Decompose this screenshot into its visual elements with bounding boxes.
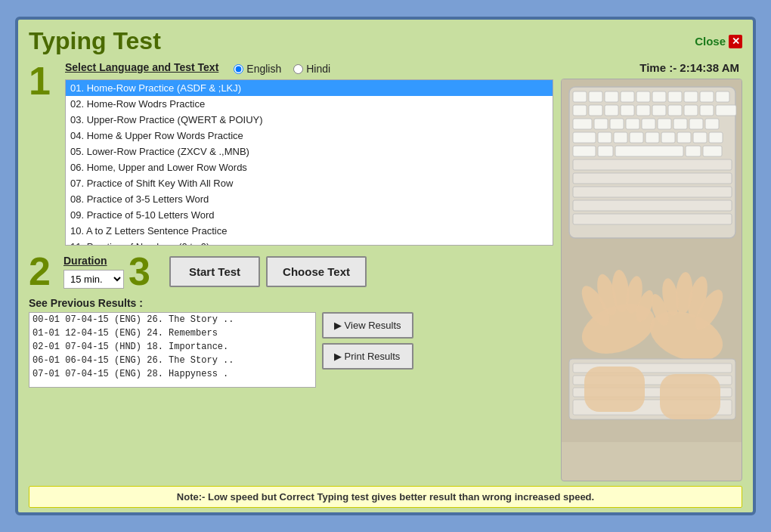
svg-rect-16 [636, 105, 650, 116]
language-radio-group: English Hindi [234, 63, 330, 75]
svg-rect-21 [716, 105, 736, 116]
svg-rect-8 [668, 91, 682, 102]
step1-number: 1 [29, 61, 59, 246]
svg-rect-18 [668, 105, 682, 116]
svg-rect-14 [605, 105, 618, 116]
close-label: Close [695, 35, 726, 48]
svg-rect-3 [589, 91, 602, 102]
svg-rect-2 [573, 91, 587, 102]
english-radio[interactable] [234, 64, 243, 74]
svg-rect-20 [700, 105, 714, 116]
prev-results-label: See Previous Results : [29, 297, 553, 309]
main-window: Typing Test Close ✕ 1 Select Language an… [15, 17, 756, 515]
svg-rect-24 [610, 119, 624, 129]
list-item[interactable]: 06. Home, Upper and Lower Row Words [66, 159, 553, 175]
results-item[interactable]: 02-01 07-04-15 (HND) 18. Importance. [29, 340, 315, 354]
svg-rect-48 [573, 200, 732, 211]
start-test-button[interactable]: Start Test [169, 256, 260, 287]
list-item[interactable]: 08. Practice of 3-5 Letters Word [66, 191, 553, 207]
svg-rect-36 [661, 132, 675, 143]
keyboard-image [561, 79, 742, 481]
svg-rect-37 [677, 132, 691, 143]
lang-header: Select Language and Test Text English Hi… [65, 61, 553, 76]
step2-number: 2 [29, 252, 59, 291]
hindi-radio[interactable] [293, 64, 303, 74]
prev-results-section: See Previous Results : 00-01 07-04-15 (E… [29, 297, 553, 388]
close-button[interactable]: Close ✕ [695, 35, 742, 48]
keyboard-svg [562, 79, 742, 442]
svg-rect-45 [573, 159, 732, 170]
right-panel: Time :- 2:14:38 AM [561, 61, 742, 481]
svg-rect-23 [594, 119, 608, 129]
svg-rect-5 [621, 91, 634, 102]
results-item[interactable]: 07-01 07-04-15 (ENG) 28. Happyness . [29, 367, 315, 381]
results-item[interactable]: 00-01 07-04-15 (ENG) 26. The Story .. [29, 313, 315, 326]
svg-rect-13 [589, 105, 602, 116]
svg-rect-29 [689, 119, 703, 129]
results-item[interactable]: 01-01 12-04-15 (ENG) 24. Remembers [29, 326, 315, 340]
note-bar: Note:- Low speed but Correct Typing test… [29, 486, 742, 508]
print-results-button[interactable]: ▶ Print Results [322, 343, 413, 370]
svg-rect-22 [573, 119, 592, 129]
results-buttons-area: ▶ View Results ▶ Print Results [322, 312, 413, 370]
svg-rect-6 [636, 91, 650, 102]
svg-rect-67 [584, 367, 645, 412]
svg-rect-43 [686, 146, 701, 156]
left-panel: 1 Select Language and Test Text English … [29, 61, 553, 481]
list-item[interactable]: 10. A to Z Letters Sentence Practice [66, 223, 553, 239]
duration-area: Duration 5 min. 10 min. 15 min. 20 min. … [63, 255, 124, 289]
svg-rect-30 [705, 119, 719, 129]
svg-rect-44 [703, 146, 722, 156]
svg-rect-12 [573, 105, 587, 116]
list-item[interactable]: 11. Practice of Numbers (0 to 9) [66, 239, 553, 246]
prev-results-area: 00-01 07-04-15 (ENG) 26. The Story ..01-… [29, 312, 553, 388]
duration-select-area: 5 min. 10 min. 15 min. 20 min. 30 min. [63, 270, 124, 289]
list-item[interactable]: 01. Home-Row Practice (ASDF & ;LKJ) [66, 80, 553, 96]
svg-rect-35 [646, 132, 659, 143]
svg-rect-41 [598, 146, 613, 156]
svg-rect-19 [684, 105, 698, 116]
svg-rect-9 [684, 91, 698, 102]
section1-inner: Select Language and Test Text English Hi… [65, 61, 553, 246]
svg-rect-10 [700, 91, 714, 102]
time-display: Time :- 2:14:38 AM [561, 61, 742, 74]
svg-rect-25 [626, 119, 639, 129]
svg-rect-26 [642, 119, 655, 129]
svg-rect-4 [605, 91, 618, 102]
svg-rect-33 [614, 132, 627, 143]
results-listbox[interactable]: 00-01 07-04-15 (ENG) 26. The Story ..01-… [29, 312, 316, 388]
section23-row: 2 Duration 5 min. 10 min. 15 min. 20 min… [29, 252, 553, 291]
list-item[interactable]: 07. Practice of Shift Key With All Row [66, 175, 553, 191]
list-item[interactable]: 09. Practice of 5-10 Letters Word [66, 207, 553, 223]
svg-rect-28 [673, 119, 687, 129]
test-text-listbox[interactable]: 01. Home-Row Practice (ASDF & ;LKJ)02. H… [65, 79, 553, 246]
list-item[interactable]: 02. Home-Row Wodrs Practice [66, 96, 553, 112]
results-item[interactable]: 06-01 06-04-15 (ENG) 26. The Story .. [29, 354, 315, 367]
header-row: Typing Test Close ✕ [29, 27, 742, 55]
list-item[interactable]: 04. Home & Upper Row Words Practice [66, 128, 553, 144]
section1: 1 Select Language and Test Text English … [29, 61, 553, 246]
list-item[interactable]: 03. Upper-Row Practice (QWERT & POIUY) [66, 112, 553, 128]
svg-rect-39 [709, 132, 723, 143]
duration-label: Duration [63, 255, 124, 267]
svg-rect-34 [630, 132, 643, 143]
list-item[interactable]: 05. Lower-Row Practice (ZXCV & .,MNB) [66, 144, 553, 159]
close-icon: ✕ [729, 35, 742, 48]
svg-rect-31 [573, 132, 596, 143]
hindi-radio-option[interactable]: Hindi [293, 63, 330, 75]
svg-rect-40 [573, 146, 596, 156]
svg-rect-17 [652, 105, 666, 116]
svg-rect-27 [658, 119, 671, 129]
svg-rect-15 [621, 105, 634, 116]
select-lang-label: Select Language and Test Text [65, 61, 218, 73]
svg-rect-47 [573, 187, 732, 197]
duration-dropdown[interactable]: 5 min. 10 min. 15 min. 20 min. 30 min. [63, 270, 124, 289]
choose-text-button[interactable]: Choose Text [266, 256, 367, 287]
english-radio-option[interactable]: English [234, 63, 281, 75]
svg-rect-49 [573, 214, 732, 224]
svg-rect-7 [652, 91, 666, 102]
view-results-button[interactable]: ▶ View Results [322, 312, 413, 339]
svg-rect-38 [693, 132, 707, 143]
english-label: English [246, 63, 281, 75]
step3-number: 3 [128, 252, 159, 291]
